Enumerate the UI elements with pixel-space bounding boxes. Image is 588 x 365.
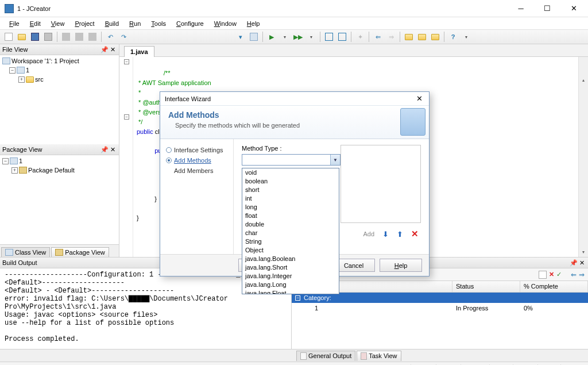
tb-play-drop[interactable]: ▾ <box>278 30 291 43</box>
tb-find1[interactable] <box>403 30 415 43</box>
nav-add-members[interactable]: Add Members <box>166 166 227 176</box>
editor-tab[interactable]: 1.java <box>124 46 154 57</box>
task-del-icon[interactable]: ✕ <box>549 271 554 278</box>
type-option[interactable]: long <box>242 203 339 212</box>
tb-undo[interactable]: ↶ <box>104 30 117 43</box>
maximize-button[interactable]: ☐ <box>534 1 560 17</box>
menu-tools[interactable]: Tools <box>146 19 171 28</box>
collapse-icon[interactable]: − <box>2 158 9 164</box>
tb-fwd[interactable]: ⇒ <box>385 30 397 43</box>
pin-icon[interactable]: 📌 <box>100 46 109 53</box>
tab-taskview[interactable]: Task View <box>357 351 401 361</box>
tb-wand[interactable]: ✦ <box>354 30 366 43</box>
dialog-titlebar[interactable]: Interface Wizard ✕ <box>160 92 429 106</box>
fold-icon[interactable]: − <box>124 59 129 64</box>
tab-packageview[interactable]: Package View <box>51 247 109 257</box>
task-next-icon[interactable]: ⇒ <box>579 271 585 279</box>
add-link[interactable]: Add <box>363 230 374 237</box>
nav-interface-settings[interactable]: Interface Settings <box>166 145 227 155</box>
type-option[interactable]: java.lang.Short <box>242 263 339 272</box>
chevron-down-icon[interactable]: ▼ <box>330 155 340 165</box>
expand-icon[interactable]: + <box>11 167 18 174</box>
type-option[interactable]: java.lang.Float <box>242 289 339 294</box>
tb-help-drop[interactable]: ▾ <box>460 30 473 43</box>
tb-save[interactable] <box>29 30 41 43</box>
methods-preview-list[interactable] <box>341 145 421 223</box>
task-check-icon[interactable]: ✓ <box>556 271 562 278</box>
tb-saveall[interactable] <box>42 30 55 43</box>
tb-run-drop[interactable]: ▾ <box>234 30 247 43</box>
type-option[interactable]: java.lang.Boolean <box>242 255 339 263</box>
nav-add-methods[interactable]: Add Methods <box>166 155 227 166</box>
delete-icon[interactable]: ✕ <box>411 229 419 239</box>
pkg-default-node[interactable]: + Package Default <box>1 166 118 175</box>
type-option[interactable]: String <box>242 237 339 246</box>
output-tabs: General Output Task View <box>0 349 588 362</box>
type-option[interactable]: int <box>242 194 339 203</box>
type-option[interactable]: java.lang.Integer <box>242 272 339 281</box>
menu-edit[interactable]: Edit <box>25 19 45 28</box>
col-complete[interactable]: % Complete <box>520 281 588 292</box>
menu-help[interactable]: Help <box>242 19 265 28</box>
menu-configure[interactable]: Configure <box>172 19 208 28</box>
move-up-icon[interactable]: ⬆ <box>397 230 403 239</box>
tb-ff[interactable]: ▶▶ <box>292 30 304 43</box>
dialog-close-icon[interactable]: ✕ <box>414 94 424 103</box>
col-status[interactable]: Status <box>452 281 520 292</box>
task-prev-icon[interactable]: ⇐ <box>571 271 577 279</box>
task-new-icon[interactable] <box>539 271 547 279</box>
tb-copy[interactable] <box>73 30 86 43</box>
minimize-button[interactable]: ─ <box>508 1 534 17</box>
tb-open[interactable] <box>16 30 28 43</box>
method-type-dropdown[interactable]: voidbooleanshortintlongfloatdoublecharSt… <box>242 168 339 294</box>
tb-copy2[interactable] <box>247 30 260 43</box>
tab-general-output[interactable]: General Output <box>296 351 355 361</box>
menu-view[interactable]: View <box>47 19 69 28</box>
close-button[interactable]: ✕ <box>560 1 587 17</box>
tb-back[interactable]: ⇐ <box>372 30 384 43</box>
help-button[interactable]: Help <box>380 259 422 272</box>
method-type-combo[interactable]: ▼ <box>242 154 341 166</box>
task-row[interactable]: 1 In Progress 0% <box>292 303 588 313</box>
fold-icon[interactable]: − <box>124 114 129 120</box>
menu-file[interactable]: File <box>5 19 24 28</box>
type-option[interactable]: float <box>242 212 339 220</box>
workspace-node[interactable]: Workspace '1': 1 Project <box>1 56 118 66</box>
menu-build[interactable]: Build <box>100 19 123 28</box>
collapse-icon[interactable]: − <box>9 67 16 74</box>
editor-scrollbar[interactable]: ▴ ▾ <box>578 57 588 257</box>
tb-paste[interactable] <box>86 30 99 43</box>
tb-play[interactable]: ▶ <box>265 30 278 43</box>
type-option[interactable]: Object <box>242 246 339 255</box>
tb-find3[interactable] <box>429 30 442 43</box>
pin-icon[interactable]: 📌 <box>570 259 578 267</box>
close-icon[interactable]: ✕ <box>578 259 586 267</box>
close-icon[interactable]: ✕ <box>109 46 117 53</box>
pkg-project-node[interactable]: − 1 <box>1 156 118 166</box>
tb-redo[interactable]: ↷ <box>117 30 130 43</box>
collapse-icon[interactable]: − <box>295 295 300 301</box>
type-option[interactable]: boolean <box>242 177 339 186</box>
close-icon[interactable]: ✕ <box>109 146 117 153</box>
tab-classview[interactable]: Class View <box>1 247 50 257</box>
type-option[interactable]: char <box>242 229 339 237</box>
tb-find2[interactable] <box>416 30 428 43</box>
menu-run[interactable]: Run <box>125 19 145 28</box>
tb-box1[interactable] <box>323 30 335 43</box>
type-option[interactable]: short <box>242 186 339 194</box>
src-node[interactable]: + src <box>1 75 118 84</box>
pin-icon[interactable]: 📌 <box>100 146 109 153</box>
tb-help[interactable]: ? <box>447 30 459 43</box>
move-down-icon[interactable]: ⬇ <box>382 230 389 239</box>
type-option[interactable]: java.lang.Long <box>242 281 339 289</box>
type-option[interactable]: double <box>242 220 339 229</box>
tb-cut[interactable] <box>60 30 72 43</box>
expand-icon[interactable]: + <box>18 76 25 83</box>
tb-new[interactable] <box>2 30 15 43</box>
type-option[interactable]: void <box>242 168 339 177</box>
tb-box2[interactable] <box>336 30 349 43</box>
menu-window[interactable]: Window <box>210 19 241 28</box>
menu-project[interactable]: Project <box>70 19 99 28</box>
tb-ff-drop[interactable]: ▾ <box>305 30 318 43</box>
project-node[interactable]: − 1 <box>1 66 118 75</box>
